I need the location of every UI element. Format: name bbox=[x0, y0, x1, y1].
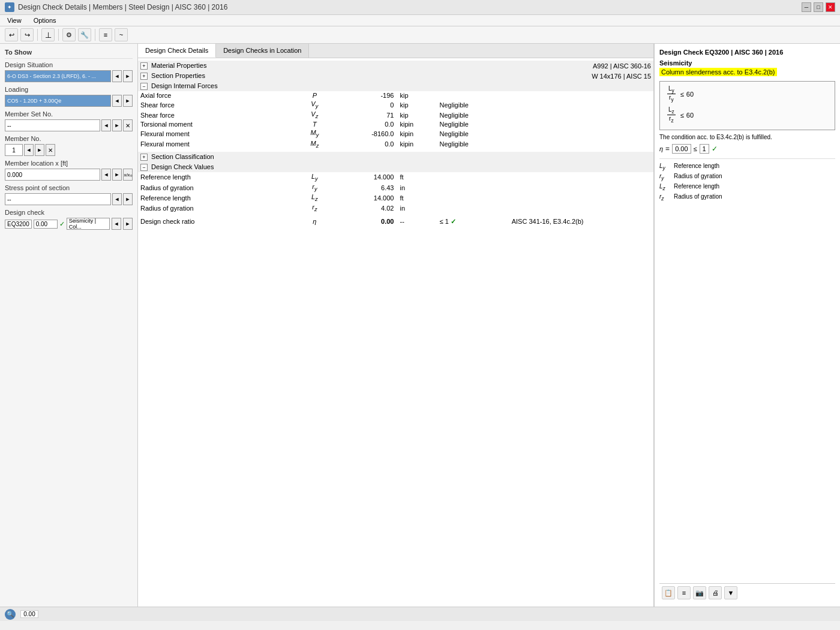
member-set-next[interactable]: ► bbox=[112, 119, 122, 131]
status-bar: 🔍 0.00 bbox=[0, 607, 840, 621]
toolbar-btn-6[interactable]: ≡ bbox=[99, 28, 112, 41]
minimize-button[interactable]: ─ bbox=[802, 2, 811, 12]
menu-view[interactable]: View bbox=[5, 16, 24, 25]
right-panel-category: Seismicity bbox=[659, 59, 835, 67]
condition-text: The condition acc. to E3.4c.2(b) is fulf… bbox=[659, 134, 835, 140]
design-check-ok: ✓ bbox=[59, 220, 65, 228]
formula-row-2: Lz rz ≤ 60 bbox=[665, 106, 830, 124]
formula-row-1: Ly ry ≤ 60 bbox=[665, 85, 830, 103]
fraction-2: Lz rz bbox=[667, 106, 676, 124]
main-container: To Show Design Situation 6-O DS3 - Secti… bbox=[0, 44, 840, 607]
toolbar-btn-3[interactable]: ⊥ bbox=[41, 28, 55, 41]
toolbar-btn-4[interactable]: ⚙ bbox=[62, 28, 76, 41]
loading-next[interactable]: ► bbox=[123, 95, 133, 107]
toolbar-btn-5[interactable]: 🔧 bbox=[78, 28, 91, 41]
dcv-expand-btn[interactable]: − bbox=[140, 164, 148, 171]
design-check-row: EQ3200 0.00 ✓ Seismicity | Col... ◄ ► bbox=[5, 218, 133, 230]
close-button[interactable]: ✕ bbox=[826, 2, 835, 12]
right-panel-subtitle: Column slenderness acc. to E3.4c.2(b) bbox=[659, 68, 777, 76]
right-tool-copy[interactable]: 📋 bbox=[662, 586, 675, 599]
table-row: Flexural moment Mz 0.0 kipin Negligible bbox=[138, 139, 653, 149]
member-no-select[interactable]: 1 bbox=[5, 144, 23, 156]
fraction-1: Ly ry bbox=[667, 85, 676, 103]
right-bottom-toolbar: 📋 ≡ 📷 🖨 ▼ bbox=[659, 583, 835, 602]
stress-point-prev[interactable]: ◄ bbox=[112, 193, 122, 205]
tab-design-checks-location[interactable]: Design Checks in Location bbox=[216, 44, 309, 58]
eta-value: 0.00 bbox=[672, 144, 691, 154]
eta-row: η = 0.00 ≤ 1 ✓ bbox=[659, 144, 835, 154]
stress-point-next[interactable]: ► bbox=[123, 193, 133, 205]
member-no-prev[interactable]: ◄ bbox=[24, 144, 34, 156]
member-location-prev[interactable]: ◄ bbox=[101, 169, 111, 181]
window-title: Design Check Details | Members | Steel D… bbox=[18, 3, 227, 11]
toolbar-btn-2[interactable]: ↪ bbox=[20, 28, 34, 41]
loading-label: Loading bbox=[5, 86, 133, 93]
design-situation-next[interactable]: ► bbox=[123, 70, 133, 82]
right-tool-dropdown[interactable]: ▼ bbox=[724, 586, 737, 599]
member-location-next[interactable]: ► bbox=[112, 169, 122, 181]
content-area: + Material Properties A992 | AISC 360-16… bbox=[138, 58, 653, 607]
member-no-label: Member No. bbox=[5, 135, 133, 142]
app-icon: ✦ bbox=[5, 2, 14, 12]
dif-expand-btn[interactable]: − bbox=[140, 83, 148, 90]
right-tool-screenshot[interactable]: 📷 bbox=[693, 586, 706, 599]
member-set-control: -- ◄ ► ✕ bbox=[5, 119, 133, 131]
material-expand-btn[interactable]: + bbox=[140, 62, 148, 70]
maximize-button[interactable]: □ bbox=[814, 2, 823, 12]
member-set-clear[interactable]: ✕ bbox=[123, 119, 133, 131]
legend-divider bbox=[659, 158, 835, 159]
design-situation-prev[interactable]: ◄ bbox=[112, 70, 122, 82]
eta-check-icon: ✓ bbox=[712, 145, 718, 153]
member-location-ref[interactable]: x/x₀ bbox=[123, 169, 133, 181]
toolbar-btn-7[interactable]: ~ bbox=[115, 28, 128, 41]
table-row: Axial force P -196 kip bbox=[138, 91, 653, 100]
loading-control: CO5 - 1.20D + 3.00Qe ◄ ► bbox=[5, 95, 133, 107]
loading-prev[interactable]: ◄ bbox=[112, 95, 122, 107]
table-row: Shear force Vz 71 kip Negligible bbox=[138, 110, 653, 120]
design-check-desc[interactable]: Seismicity | Col... bbox=[67, 218, 110, 230]
title-bar: ✦ Design Check Details | Members | Steel… bbox=[0, 0, 840, 15]
stress-point-label: Stress point of section bbox=[5, 184, 133, 191]
legend-row-2: ry Radius of gyration bbox=[659, 173, 835, 181]
sc-expand-btn[interactable]: + bbox=[140, 154, 148, 161]
member-no-control: 1 ◄ ► ✕ bbox=[5, 144, 133, 156]
tab-bar: Design Check Details Design Checks in Lo… bbox=[138, 44, 653, 58]
design-internal-forces-header: − Design Internal Forces bbox=[138, 81, 653, 91]
member-location-label: Member location x [ft] bbox=[5, 160, 133, 167]
design-check-values-header: − Design Check Values bbox=[138, 162, 653, 172]
member-no-next[interactable]: ► bbox=[35, 144, 44, 156]
center-panel: Design Check Details Design Checks in Lo… bbox=[138, 44, 654, 607]
stress-point-combo[interactable]: -- bbox=[5, 193, 111, 205]
member-set-combo[interactable]: -- bbox=[5, 119, 100, 131]
design-check-prev[interactable]: ◄ bbox=[112, 218, 121, 230]
legend-row-3: Lz Reference length bbox=[659, 183, 835, 191]
right-tool-list[interactable]: ≡ bbox=[677, 586, 691, 599]
member-no-pick[interactable]: ✕ bbox=[46, 144, 55, 156]
menu-bar: View Options bbox=[0, 15, 840, 26]
section-expand-btn[interactable]: + bbox=[140, 73, 148, 80]
design-check-next[interactable]: ► bbox=[123, 218, 133, 230]
material-properties-row: + Material Properties A992 | AISC 360-16 bbox=[138, 61, 653, 71]
tab-design-check-details[interactable]: Design Check Details bbox=[138, 44, 216, 58]
design-situation-label: Design Situation bbox=[5, 61, 133, 68]
window-controls[interactable]: ─ □ ✕ bbox=[802, 2, 835, 12]
toolbar-separator-3 bbox=[95, 29, 95, 41]
toolbar-btn-1[interactable]: ↩ bbox=[5, 28, 18, 41]
member-set-prev[interactable]: ◄ bbox=[101, 119, 111, 131]
status-value: 0.00 bbox=[20, 610, 38, 618]
table-row: Shear force Vy 0 kip Negligible bbox=[138, 100, 653, 110]
to-show-label: To Show bbox=[5, 49, 133, 56]
eta-leq: ≤ bbox=[694, 145, 697, 152]
toolbar-separator-1 bbox=[37, 29, 38, 41]
design-situation-combo[interactable]: 6-O DS3 - Section 2.3 (LRFD), 6. - ... bbox=[5, 70, 111, 82]
eta-label: η bbox=[659, 145, 663, 152]
member-set-label: Member Set No. bbox=[5, 110, 133, 118]
member-location-combo[interactable]: 0.000 bbox=[5, 169, 100, 181]
stress-point-control: -- ◄ ► bbox=[5, 193, 133, 205]
design-check-label: Design check bbox=[5, 209, 133, 216]
menu-options[interactable]: Options bbox=[31, 16, 59, 25]
status-search-icon[interactable]: 🔍 bbox=[5, 609, 16, 620]
right-tool-print[interactable]: 🖨 bbox=[709, 586, 722, 599]
loading-combo[interactable]: CO5 - 1.20D + 3.00Qe bbox=[5, 95, 111, 107]
section-classification-row: + Section Classification bbox=[138, 152, 653, 162]
